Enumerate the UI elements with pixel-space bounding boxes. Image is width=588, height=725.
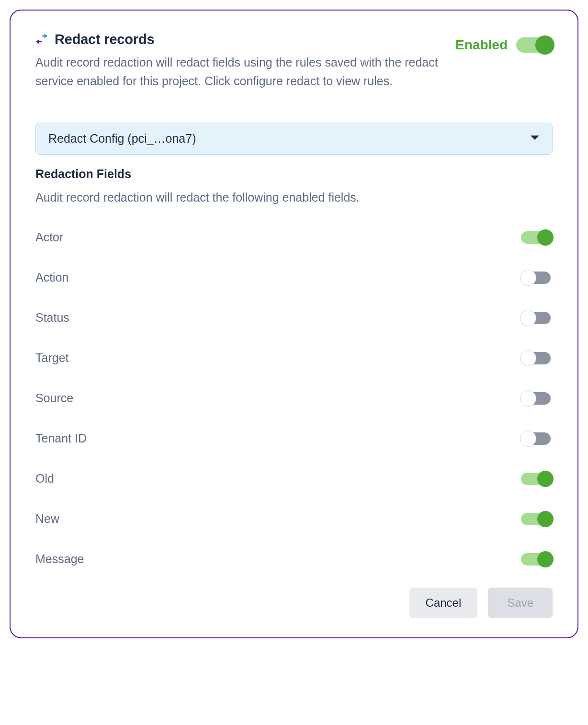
field-label: Actor bbox=[35, 230, 63, 244]
field-toggle[interactable] bbox=[521, 351, 553, 365]
cancel-button[interactable]: Cancel bbox=[409, 588, 478, 618]
field-label: Tenant ID bbox=[35, 431, 87, 445]
field-toggle[interactable] bbox=[521, 512, 553, 526]
field-label: Old bbox=[35, 472, 54, 486]
header-left: Redact records Audit record redaction wi… bbox=[35, 32, 455, 91]
field-row: Tenant ID bbox=[35, 431, 553, 446]
field-label: Action bbox=[35, 271, 68, 284]
field-toggle[interactable] bbox=[521, 271, 553, 285]
card-description: Audit record redaction will redact field… bbox=[35, 53, 455, 91]
field-row: New bbox=[35, 512, 553, 526]
field-row: Old bbox=[35, 472, 553, 486]
button-row: Cancel Save bbox=[35, 588, 553, 618]
field-toggle[interactable] bbox=[521, 311, 553, 325]
field-row: Actor bbox=[35, 230, 553, 245]
field-row: Status bbox=[35, 311, 553, 325]
field-toggle[interactable] bbox=[521, 230, 553, 245]
field-toggle[interactable] bbox=[521, 552, 553, 566]
swap-arrows-icon bbox=[35, 34, 48, 45]
field-label: Target bbox=[35, 351, 68, 365]
fields-list: ActorActionStatusTargetSourceTenant IDOl… bbox=[35, 230, 553, 566]
enable-block: Enabled bbox=[455, 36, 553, 54]
field-label: New bbox=[35, 512, 59, 526]
card-header: Redact records Audit record redaction wi… bbox=[35, 32, 553, 91]
card-title: Redact records bbox=[55, 32, 154, 47]
field-label: Source bbox=[35, 391, 73, 405]
field-label: Message bbox=[35, 552, 84, 566]
enabled-label: Enabled bbox=[455, 37, 508, 53]
save-button[interactable]: Save bbox=[488, 588, 553, 618]
title-row: Redact records bbox=[35, 32, 455, 47]
redact-config-select[interactable]: Redact Config (pci_…ona7) bbox=[35, 123, 553, 155]
field-toggle[interactable] bbox=[521, 431, 553, 446]
field-row: Source bbox=[35, 391, 553, 406]
field-row: Target bbox=[35, 351, 553, 365]
field-row: Action bbox=[35, 271, 553, 285]
redact-records-card: Redact records Audit record redaction wi… bbox=[10, 10, 578, 638]
field-toggle[interactable] bbox=[521, 472, 553, 486]
field-label: Status bbox=[35, 311, 69, 325]
redaction-fields-description: Audit record redaction will redact the f… bbox=[35, 191, 553, 204]
redact-config-label: Redact Config (pci_…ona7) bbox=[48, 132, 196, 146]
enable-toggle[interactable] bbox=[516, 36, 553, 54]
redaction-fields-title: Redaction Fields bbox=[35, 167, 553, 181]
field-row: Message bbox=[35, 552, 553, 566]
divider bbox=[35, 108, 553, 108]
chevron-down-icon bbox=[530, 134, 540, 143]
field-toggle[interactable] bbox=[521, 391, 553, 406]
